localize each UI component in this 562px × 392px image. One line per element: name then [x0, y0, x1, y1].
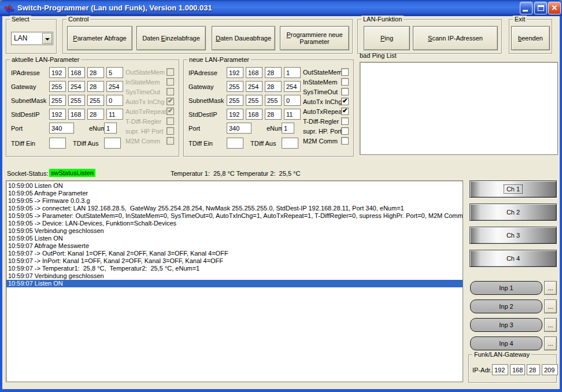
log-line[interactable]: 10:59:07 Listen ON — [6, 280, 463, 287]
checkbox — [167, 108, 174, 115]
aktuelle-port-field[interactable] — [49, 123, 74, 134]
aktuelle-gw-octet-2[interactable] — [68, 81, 85, 92]
neue-ip-octet-1[interactable] — [227, 67, 243, 78]
aktuelle-gw-octet-1[interactable] — [49, 81, 66, 92]
aktuelle-gw-octet-3[interactable] — [87, 81, 104, 92]
maximize-button[interactable] — [534, 2, 547, 14]
log-line[interactable]: 10:59:05 -> Firmware 0.0.3.g — [6, 197, 463, 205]
scan-ip-adressen-button[interactable]: Scann IP-Adressen — [413, 26, 498, 50]
log-line[interactable]: 10:59:07 -> Temperatur1: 25,8 °C, Temper… — [6, 265, 463, 272]
log-line[interactable]: 10:59:07 -> InPort: Kanal 1=OFF, Kanal 2… — [6, 257, 463, 265]
log-line[interactable]: 10:59:05 -> connectet: LAN 192.168.28.5,… — [6, 205, 463, 212]
inp1-more-button[interactable]: ... — [544, 281, 557, 295]
inp3-button[interactable]: Inp 3 — [470, 318, 542, 332]
checkbox-label: AutoTxRepeat — [303, 108, 343, 115]
aktuelle-tdiff-aus-field[interactable] — [104, 138, 121, 149]
neue-ip-octet-2[interactable] — [246, 67, 262, 78]
log-line[interactable]: 10:59:05 -> Device: LAN-Devices, Funktio… — [6, 220, 463, 227]
inp2-button[interactable]: Inp 2 — [470, 299, 542, 313]
aktuelle-sd-octet-2[interactable] — [68, 109, 85, 120]
checkbox[interactable] — [341, 98, 349, 105]
checkbox[interactable] — [341, 127, 349, 135]
aktuelle-ip-octet-4[interactable] — [106, 67, 123, 78]
parameter-abfrage-button[interactable]: Parameter Abfrage — [67, 26, 132, 50]
aktuelle-tdiff-ein-field[interactable] — [49, 138, 66, 149]
log-list[interactable]: 10:59:00 Listen ON 10:59:05 Anfrage Para… — [6, 180, 463, 382]
aktuelle-gw-octet-4[interactable] — [106, 81, 123, 92]
aktuelle-ip-octet-2[interactable] — [68, 67, 85, 78]
neue-sn-octet-2[interactable] — [246, 95, 262, 106]
log-line[interactable]: 10:59:05 Anfrage Parameter — [6, 190, 463, 197]
neue-sd-octet-3[interactable] — [265, 109, 282, 120]
neue-tdiff-aus-field[interactable] — [282, 138, 298, 149]
close-button[interactable]: ✕ — [548, 2, 561, 14]
neue-check-m2m-comm: M2M Comm — [303, 137, 349, 146]
checkbox[interactable] — [341, 68, 349, 76]
aktuelle-ip-octet-1[interactable] — [49, 67, 66, 78]
neue-sd-octet-4[interactable] — [284, 109, 301, 120]
checkbox[interactable] — [341, 137, 349, 145]
checkbox[interactable] — [341, 78, 349, 86]
neue-sd-octet-1[interactable] — [227, 109, 243, 120]
aktuelle-enum-field[interactable] — [104, 123, 117, 134]
ch1-button[interactable]: Ch 1 — [469, 180, 557, 198]
aktuelle-check-supr-hp-port: supr. HP Port — [125, 127, 174, 136]
ch4-button[interactable]: Ch 4 — [469, 250, 557, 267]
log-line[interactable]: 10:59:00 Listen ON — [6, 182, 463, 190]
ch3-button[interactable]: Ch 3 — [469, 227, 557, 244]
beenden-button[interactable]: beenden — [511, 26, 550, 50]
programmiere-parameter-button[interactable]: Programmiere neue Parameter — [280, 26, 349, 50]
neue-port-field[interactable] — [227, 123, 252, 134]
neue-gw-octet-1[interactable] — [227, 81, 243, 92]
neue-sn-octet-1[interactable] — [227, 95, 243, 106]
aktuelle-sn-octet-4[interactable] — [106, 95, 123, 106]
daten-dauerabfrage-button[interactable]: Daten Daueabfrage — [212, 26, 275, 50]
ch2-button[interactable]: Ch 2 — [469, 204, 557, 221]
aktuelle-sd-octet-1[interactable] — [49, 109, 66, 120]
neue-sn-octet-3[interactable] — [265, 95, 282, 106]
neue-gw-octet-2[interactable] — [246, 81, 262, 92]
checkbox — [167, 78, 174, 86]
bad-ping-list[interactable] — [360, 62, 558, 155]
gateway-ip-octet-4[interactable] — [542, 364, 558, 375]
inp3-more-button[interactable]: ... — [544, 318, 557, 332]
inp4-button[interactable]: Inp 4 — [470, 336, 542, 350]
aktuelle-ip-octet-3[interactable] — [87, 67, 104, 78]
neue-sn-octet-4[interactable] — [284, 95, 301, 106]
neue-ip-octet-4[interactable] — [284, 67, 301, 78]
neue-ip-octet-3[interactable] — [265, 67, 282, 78]
minimize-button[interactable] — [520, 2, 533, 14]
aktuelle-sd-octet-4[interactable] — [106, 109, 123, 120]
checkbox[interactable] — [341, 117, 349, 125]
neue-gw-octet-3[interactable] — [265, 81, 282, 92]
aktuelle-sn-octet-1[interactable] — [49, 95, 66, 106]
log-line[interactable]: 10:59:05 -> Parameter: OutStateMem=0, In… — [6, 212, 463, 220]
ping-button[interactable]: Ping — [364, 26, 410, 50]
gateway-ip-octet-2[interactable] — [510, 364, 525, 375]
neue-tdiff-ein-field[interactable] — [227, 138, 243, 149]
checkbox[interactable] — [341, 88, 349, 95]
log-line[interactable]: 10:59:05 Listen ON — [6, 235, 463, 242]
inp2-more-button[interactable]: ... — [544, 299, 557, 313]
neue-sd-octet-2[interactable] — [246, 109, 262, 120]
neue-gw-octet-4[interactable] — [284, 81, 301, 92]
inp1-button[interactable]: Inp 1 — [470, 281, 542, 295]
gateway-ip-octet-3[interactable] — [527, 364, 540, 375]
ch4-label: Ch 4 — [504, 254, 522, 262]
dropdown-button[interactable] — [42, 33, 52, 44]
inp4-more-button[interactable]: ... — [544, 336, 557, 350]
aktuelle-sn-octet-2[interactable] — [68, 95, 85, 106]
log-line[interactable]: 10:59:05 Verbindung geschlossen — [6, 227, 463, 235]
neue-enum-field[interactable] — [282, 123, 294, 134]
log-line[interactable]: 10:59:07 Abfrage Messwerte — [6, 242, 463, 250]
checkbox[interactable] — [341, 108, 349, 115]
aktuelle-enum-label: eNum — [89, 125, 106, 132]
aktuelle-sn-octet-3[interactable] — [87, 95, 104, 106]
mode-select[interactable]: LAN — [11, 32, 53, 45]
log-line[interactable]: 10:59:07 -> OutPort: Kanal 1=OFF, Kanal … — [6, 250, 463, 257]
daten-einzelabfrage-button[interactable]: Daten Einzelabfrage — [136, 26, 206, 50]
log-line[interactable]: 10:59:07 Verbindung geschlossen — [6, 272, 463, 280]
gateway-ip-octet-1[interactable] — [492, 364, 508, 375]
checkbox — [167, 137, 174, 145]
aktuelle-sd-octet-3[interactable] — [87, 109, 104, 120]
